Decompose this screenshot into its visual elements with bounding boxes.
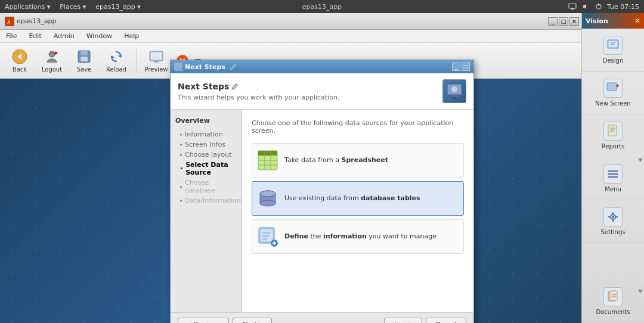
reports-panel-button[interactable]: Reports bbox=[582, 114, 644, 157]
menu-icon bbox=[603, 164, 623, 184]
system-clock: Tue 07:15 bbox=[607, 3, 639, 11]
right-panel-close-button[interactable]: ✕ bbox=[634, 17, 640, 25]
database-icon bbox=[257, 188, 278, 209]
panel-scroll-down-arrow[interactable] bbox=[637, 287, 644, 297]
spreadsheet-option[interactable]: Take data from a Spreadsheet bbox=[252, 143, 464, 178]
dialog-title-controls: _ □ bbox=[452, 63, 470, 71]
cancel-button[interactable]: Cancel bbox=[426, 318, 466, 323]
svg-rect-53 bbox=[450, 95, 459, 97]
dialog-header-logo bbox=[442, 79, 466, 103]
dialog-title-pencil-icon bbox=[230, 63, 237, 70]
svg-point-65 bbox=[260, 191, 275, 197]
next-steps-dialog: Next Steps _ □ Next Steps This wizard he bbox=[170, 60, 474, 323]
reports-label: Reports bbox=[602, 143, 624, 150]
dialog-overlay: Next Steps _ □ Next Steps This wizard he bbox=[0, 0, 581, 323]
menu-label: Menu bbox=[605, 186, 621, 192]
right-panel-title: Vision bbox=[586, 17, 608, 25]
next-button[interactable]: Next > bbox=[233, 318, 272, 323]
svg-rect-26 bbox=[607, 83, 617, 91]
dialog-header-content: Next Steps This wizard helps you work wi… bbox=[178, 82, 339, 101]
design-panel-button[interactable]: Design bbox=[582, 29, 644, 72]
svg-rect-67 bbox=[261, 229, 273, 241]
dialog-content: Choose one of the following data sources… bbox=[242, 110, 473, 312]
nav-item-screen-infos[interactable]: Screen Infos bbox=[175, 139, 237, 150]
svg-point-52 bbox=[451, 86, 457, 92]
svg-rect-44 bbox=[610, 291, 617, 300]
spreadsheet-text: Take data from a Spreadsheet bbox=[284, 156, 388, 164]
new-screen-label: New Screen bbox=[595, 100, 630, 107]
dialog-title-icon bbox=[174, 63, 182, 71]
dialog-title-left: Next Steps bbox=[174, 63, 237, 71]
wizard-subtitle: This wizard helps you work with your app… bbox=[178, 94, 339, 101]
wizard-title: Next Steps bbox=[178, 82, 339, 91]
nav-item-choose-database[interactable]: Choose database bbox=[175, 178, 237, 195]
wizard-title-pencil-icon bbox=[231, 83, 239, 90]
dialog-body: Overview Information Screen Infos Choose… bbox=[171, 110, 473, 312]
documents-panel-button[interactable]: Documents bbox=[582, 280, 644, 323]
svg-rect-29 bbox=[608, 125, 617, 136]
svg-marker-2 bbox=[583, 4, 586, 9]
settings-panel-button[interactable]: Settings bbox=[582, 200, 644, 243]
svg-marker-49 bbox=[232, 84, 237, 89]
nav-item-information[interactable]: Information bbox=[175, 129, 237, 139]
svg-marker-42 bbox=[638, 159, 643, 162]
tray-sound-icon[interactable] bbox=[581, 2, 590, 11]
svg-marker-47 bbox=[638, 290, 643, 293]
design-label: Design bbox=[603, 57, 624, 64]
nav-item-select-data-source[interactable]: Select Data Source bbox=[175, 160, 237, 178]
svg-rect-56 bbox=[258, 151, 277, 156]
right-panel: Vision ✕ Design New Screen bbox=[581, 13, 644, 323]
settings-label: Settings bbox=[600, 229, 625, 235]
svg-rect-23 bbox=[609, 41, 617, 47]
dialog-footer: < Previous Next > Finish Cancel bbox=[171, 312, 473, 323]
svg-marker-48 bbox=[230, 64, 236, 70]
menu-panel-button[interactable]: Menu bbox=[582, 157, 644, 200]
dialog-title-text: Next Steps bbox=[185, 63, 225, 71]
nav-item-data-informations[interactable]: Data/Informations bbox=[175, 195, 237, 206]
tray-power-icon[interactable] bbox=[594, 2, 603, 11]
panel-scroll-arrow[interactable] bbox=[637, 156, 644, 166]
documents-icon bbox=[603, 287, 623, 306]
right-panel-header: Vision ✕ bbox=[582, 13, 644, 29]
dialog-nav: Overview Information Screen Infos Choose… bbox=[171, 110, 242, 312]
define-icon bbox=[257, 226, 278, 247]
previous-button[interactable]: < Previous bbox=[178, 318, 229, 323]
footer-left: < Previous Next > bbox=[178, 318, 272, 323]
design-icon bbox=[603, 36, 623, 55]
dialog-nav-title: Overview bbox=[175, 117, 237, 125]
finish-button[interactable]: Finish bbox=[384, 318, 422, 323]
dialog-title-bar: Next Steps _ □ bbox=[171, 60, 473, 73]
define-text: Define the information you want to manag… bbox=[284, 232, 436, 241]
dialog-minimize-button[interactable]: _ bbox=[452, 63, 460, 71]
dialog-header: Next Steps This wizard helps you work wi… bbox=[171, 73, 473, 110]
documents-label: Documents bbox=[596, 309, 630, 315]
nav-item-choose-layout[interactable]: Choose layout bbox=[175, 150, 237, 160]
database-text: Use existing data from database tables bbox=[284, 194, 420, 203]
svg-point-37 bbox=[612, 216, 614, 218]
database-option[interactable]: Use existing data from database tables bbox=[252, 181, 464, 216]
new-screen-panel-button[interactable]: New Screen bbox=[582, 72, 644, 114]
new-screen-icon bbox=[603, 79, 623, 98]
dialog-maximize-button[interactable]: □ bbox=[462, 63, 470, 71]
svg-rect-54 bbox=[452, 97, 457, 99]
footer-right: Finish Cancel bbox=[384, 318, 466, 323]
dialog-content-title: Choose one of the following data sources… bbox=[252, 119, 464, 135]
spreadsheet-icon bbox=[257, 150, 278, 171]
define-option[interactable]: Define the information you want to manag… bbox=[252, 219, 464, 254]
svg-point-64 bbox=[260, 200, 275, 206]
settings-icon bbox=[603, 207, 623, 226]
reports-icon bbox=[603, 122, 623, 141]
